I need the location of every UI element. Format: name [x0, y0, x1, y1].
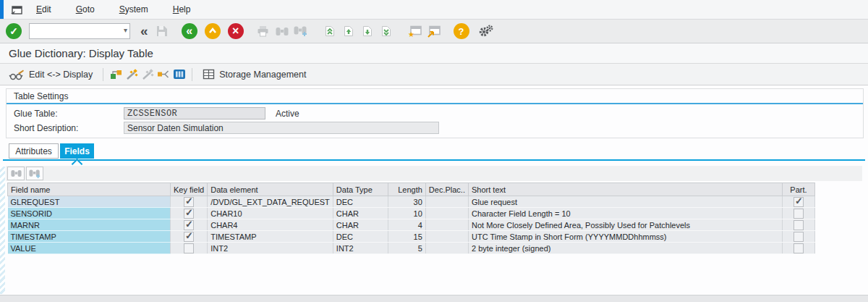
col-short-text[interactable]: Short text: [468, 183, 782, 196]
where-used-icon[interactable]: [156, 67, 171, 82]
storage-grid-icon: [203, 69, 215, 80]
edit-display-label: Edit <-> Display: [29, 70, 93, 80]
object-menu-icon[interactable]: [10, 4, 23, 15]
dec-places-cell[interactable]: [425, 243, 468, 254]
data-element-cell[interactable]: TIMESTAMP: [208, 231, 333, 243]
menu-system[interactable]: System: [119, 4, 148, 14]
field-name-cell[interactable]: TIMESTAMP: [8, 231, 171, 243]
storage-management-button[interactable]: Storage Management: [197, 66, 312, 83]
col-data-type[interactable]: Data Type: [333, 183, 388, 196]
back-button[interactable]: «: [182, 23, 197, 39]
col-data-element[interactable]: Data element: [208, 183, 333, 196]
part-checkbox[interactable]: [793, 243, 804, 253]
panel-left-hatch: [0, 167, 5, 294]
tab-attributes[interactable]: Attributes: [9, 143, 59, 159]
data-element-cell[interactable]: /DVD/GL_EXT_DATA_REQUEST: [208, 196, 333, 208]
print-icon[interactable]: [254, 22, 273, 40]
key-field-checkbox[interactable]: [184, 232, 194, 242]
glue-table-field[interactable]: ZCSSENSOR: [124, 107, 265, 119]
col-dec-places[interactable]: Dec.Plac..: [425, 183, 468, 196]
page-down-icon[interactable]: [358, 22, 377, 40]
data-element-cell[interactable]: INT2: [208, 243, 333, 254]
find-icon[interactable]: [273, 22, 292, 40]
find-icon: [11, 169, 22, 177]
short-text-cell[interactable]: Character Field Length = 10: [468, 208, 782, 219]
table-row[interactable]: MARNR CHAR4 CHAR 4 Not More Closely Defi…: [8, 219, 815, 231]
length-cell[interactable]: 4: [388, 219, 425, 231]
check-wand-icon[interactable]: [140, 67, 156, 82]
length-cell[interactable]: 10: [388, 208, 425, 219]
dec-places-cell[interactable]: [425, 219, 468, 231]
standard-toolbar: ✓ ▾ « « ×: [0, 20, 868, 43]
collapse-command-icon[interactable]: «: [140, 23, 148, 39]
data-type-cell[interactable]: INT2: [333, 243, 388, 254]
menu-goto[interactable]: Goto: [76, 4, 95, 14]
field-name-cell[interactable]: MARNR: [8, 219, 171, 231]
cancel-button[interactable]: ×: [228, 23, 244, 39]
create-shortcut-icon[interactable]: [425, 22, 443, 40]
help-button[interactable]: ?: [454, 23, 469, 39]
table-find-next-button[interactable]: [26, 167, 43, 180]
continue-button[interactable]: ✓: [6, 23, 22, 39]
field-name-cell[interactable]: GLREQUEST: [8, 196, 171, 208]
col-part[interactable]: Part.: [782, 183, 814, 196]
key-field-checkbox[interactable]: [184, 243, 194, 253]
header-row: Field name Key field Data element Data T…: [8, 183, 815, 196]
part-checkbox[interactable]: [793, 209, 804, 219]
last-page-icon[interactable]: [377, 22, 396, 40]
short-text-cell[interactable]: UTC Time Stamp in Short Form (YYYYMMDDhh…: [468, 231, 782, 243]
part-checkbox[interactable]: [793, 197, 804, 207]
short-description-field[interactable]: Sensor Daten Simulation: [124, 122, 439, 134]
table-row[interactable]: VALUE INT2 INT2 5 2 byte integer (signed…: [8, 243, 815, 254]
sap-gui-window: Edit Goto System Help ✓ ▾ « «: [0, 0, 868, 302]
object-versions-icon[interactable]: [108, 67, 124, 82]
col-key-field[interactable]: Key field: [171, 183, 208, 196]
data-element-cell[interactable]: CHAR4: [208, 219, 333, 231]
new-session-icon[interactable]: ★: [406, 22, 425, 40]
find-next-icon[interactable]: [292, 22, 310, 40]
part-checkbox[interactable]: [793, 232, 804, 242]
col-field-name[interactable]: Field name: [8, 183, 171, 196]
glue-table-label: Glue Table:: [14, 109, 58, 119]
short-text-cell[interactable]: 2 byte integer (signed): [468, 243, 782, 254]
first-page-icon[interactable]: [320, 22, 339, 40]
activate-wand-icon[interactable]: [124, 67, 140, 82]
length-cell[interactable]: 15: [388, 231, 425, 243]
data-type-cell[interactable]: DEC: [333, 196, 388, 208]
table-analysis-icon[interactable]: [171, 67, 187, 82]
col-length[interactable]: Length: [388, 183, 425, 196]
field-name-cell[interactable]: SENSORID: [8, 208, 171, 219]
part-checkbox[interactable]: [793, 220, 804, 230]
tab-underline: [3, 159, 865, 161]
table-row[interactable]: GLREQUEST /DVD/GL_EXT_DATA_REQUEST DEC 3…: [8, 196, 815, 208]
page-up-icon[interactable]: [339, 22, 358, 40]
data-type-cell[interactable]: CHAR: [333, 219, 388, 231]
table-find-button[interactable]: [7, 167, 25, 180]
data-type-cell[interactable]: DEC: [333, 231, 388, 243]
length-cell[interactable]: 5: [388, 243, 425, 254]
dec-places-cell[interactable]: [425, 196, 468, 208]
tab-fields[interactable]: Fields: [60, 143, 94, 159]
menu-help[interactable]: Help: [173, 4, 191, 14]
key-field-checkbox[interactable]: [184, 197, 194, 207]
dec-places-cell[interactable]: [425, 231, 468, 243]
length-cell[interactable]: 30: [388, 196, 425, 208]
field-name-cell[interactable]: VALUE: [8, 243, 171, 254]
save-icon[interactable]: [153, 22, 171, 40]
table-settings-group: Table Settings Glue Table: ZCSSENSOR Act…: [6, 88, 864, 138]
menu-bar: Edit Goto System Help: [0, 0, 868, 20]
short-text-cell[interactable]: Glue request: [468, 196, 782, 208]
customize-layout-icon[interactable]: [477, 22, 495, 40]
edit-display-toggle-button[interactable]: Edit <-> Display: [3, 66, 98, 83]
menu-edit[interactable]: Edit: [36, 4, 51, 14]
data-type-cell[interactable]: CHAR: [333, 208, 388, 219]
exit-button[interactable]: [205, 23, 221, 39]
short-text-cell[interactable]: Not More Closely Defined Area, Possibly …: [468, 219, 782, 231]
dec-places-cell[interactable]: [425, 208, 468, 219]
key-field-checkbox[interactable]: [184, 220, 194, 230]
table-row[interactable]: TIMESTAMP TIMESTAMP DEC 15 UTC Time Stam…: [8, 231, 815, 243]
table-row[interactable]: SENSORID CHAR10 CHAR 10 Character Field …: [8, 208, 815, 219]
data-element-cell[interactable]: CHAR10: [208, 208, 333, 219]
command-input[interactable]: [29, 23, 130, 39]
key-field-checkbox[interactable]: [184, 209, 194, 219]
